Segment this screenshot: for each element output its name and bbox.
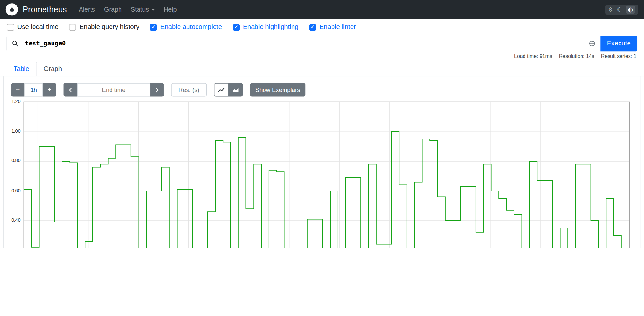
execute-button[interactable]: Execute xyxy=(600,36,637,51)
line-chart-icon xyxy=(218,86,224,93)
time-back-button[interactable] xyxy=(64,83,77,96)
show-exemplars-button[interactable]: Show Exemplars xyxy=(250,83,305,96)
nav-help[interactable]: Help xyxy=(159,6,181,13)
option-enable-linter[interactable]: Enable linter xyxy=(309,24,356,31)
checkbox-icon[interactable] xyxy=(150,24,157,31)
nav-links: Alerts Graph Status Help xyxy=(74,6,181,13)
theme-settings-group: ⚙ ☾ ◐ xyxy=(605,4,638,15)
settings-gear-icon[interactable]: ⚙ xyxy=(608,6,613,12)
chevron-left-icon xyxy=(69,87,72,92)
option-label: Enable query history xyxy=(80,24,139,31)
y-axis-label: 0.60 xyxy=(11,188,21,193)
resolution-stat: Resolution: 14s xyxy=(559,54,594,59)
tab-table[interactable]: Table xyxy=(6,62,36,76)
prometheus-logo-icon[interactable] xyxy=(6,3,18,15)
option-use-local-time[interactable]: Use local time xyxy=(7,24,59,31)
option-enable-autocomplete[interactable]: Enable autocomplete xyxy=(150,24,222,31)
stacked-chart-icon xyxy=(232,86,239,93)
option-label: Use local time xyxy=(17,24,59,31)
option-label: Enable autocomplete xyxy=(160,24,222,31)
y-axis-label: 0.40 xyxy=(11,218,21,222)
option-enable-query-history[interactable]: Enable query history xyxy=(69,24,139,31)
nav-graph[interactable]: Graph xyxy=(100,6,126,13)
options-row: Use local time Enable query history Enab… xyxy=(0,19,644,34)
time-forward-button[interactable] xyxy=(150,83,164,96)
nav-status-dropdown[interactable]: Status xyxy=(126,6,159,13)
y-axis-label: 0.80 xyxy=(11,158,21,163)
metrics-explorer-globe-icon[interactable] xyxy=(584,40,600,47)
query-stats: Load time: 91ms Resolution: 14s Result s… xyxy=(0,51,644,59)
chart-region: 18:5519:0019:0519:1019:1519:2019:2519:30… xyxy=(8,102,630,248)
nav-alerts[interactable]: Alerts xyxy=(74,6,100,13)
search-icon xyxy=(7,40,24,47)
graph-panel: − + Show E xyxy=(3,76,640,248)
option-enable-highlighting[interactable]: Enable highlighting xyxy=(233,24,298,31)
query-row: Execute xyxy=(0,36,644,51)
load-time-stat: Load time: 91ms xyxy=(514,54,552,59)
brand-title[interactable]: Prometheus xyxy=(23,5,67,14)
chart-type-toggle-group xyxy=(214,83,243,96)
checkbox-icon[interactable] xyxy=(69,24,76,31)
duration-decrease-button[interactable]: − xyxy=(11,83,24,96)
checkbox-icon[interactable] xyxy=(309,24,316,31)
duration-increase-button[interactable]: + xyxy=(43,83,56,96)
duration-control-group: − + xyxy=(11,83,56,96)
expression-input-group xyxy=(6,36,600,51)
resolution-input[interactable] xyxy=(171,83,207,96)
time-range-control-group xyxy=(64,83,164,96)
auto-theme-contrast-icon[interactable]: ◐ xyxy=(626,5,635,13)
plot-outer: 18:5519:0019:0519:1019:1519:2019:2519:30… xyxy=(24,102,630,248)
dark-theme-moon-icon[interactable]: ☾ xyxy=(617,6,622,12)
chart-canvas[interactable] xyxy=(24,102,629,248)
prometheus-app: Prometheus Alerts Graph Status Help ⚙ ☾ … xyxy=(0,0,644,248)
tab-graph[interactable]: Graph xyxy=(36,62,69,76)
y-axis-label: 1.00 xyxy=(11,129,21,133)
line-chart-toggle-button[interactable] xyxy=(214,83,228,96)
duration-input[interactable] xyxy=(24,83,43,96)
checkbox-icon[interactable] xyxy=(233,24,240,31)
panel-tabs: Table Graph xyxy=(0,62,644,76)
navbar: Prometheus Alerts Graph Status Help ⚙ ☾ … xyxy=(0,0,644,19)
y-axis-label: 0.20 xyxy=(11,247,21,248)
expression-input[interactable] xyxy=(24,40,584,47)
option-label: Enable linter xyxy=(319,24,356,31)
stacked-chart-toggle-button[interactable] xyxy=(228,83,243,96)
result-series-stat: Result series: 1 xyxy=(601,54,637,59)
chevron-right-icon xyxy=(155,87,159,92)
chevron-down-icon xyxy=(151,9,155,11)
plot-area[interactable] xyxy=(24,102,630,248)
series-line xyxy=(24,132,629,248)
y-axis-label: 1.20 xyxy=(11,99,21,104)
nav-status-label: Status xyxy=(131,6,149,13)
graph-toolbar: − + Show E xyxy=(11,83,630,96)
checkbox-icon[interactable] xyxy=(7,24,14,31)
option-label: Enable highlighting xyxy=(243,24,298,31)
end-time-input[interactable] xyxy=(77,83,150,96)
